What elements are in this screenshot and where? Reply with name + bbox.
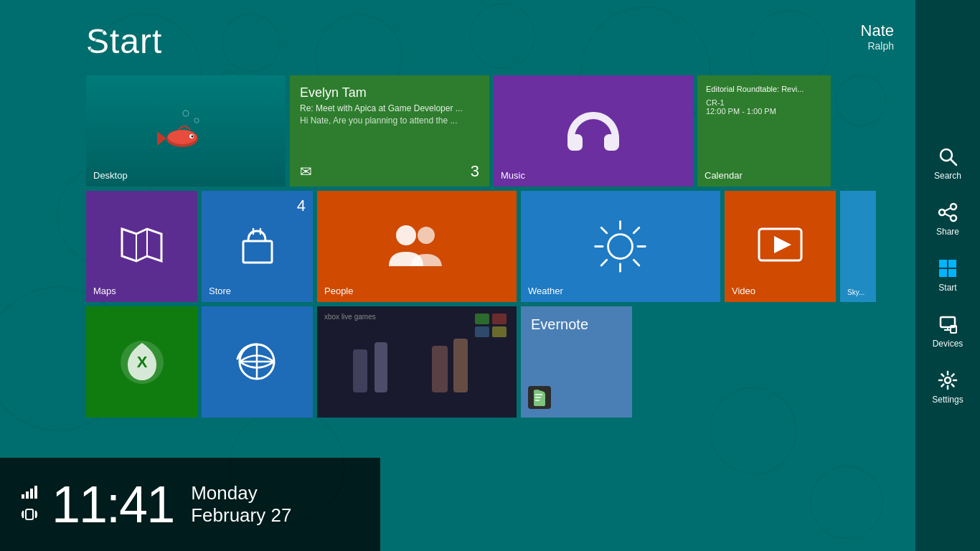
mail-subject: Re: Meet with Apica at Game Developer ..… xyxy=(300,103,479,113)
cal-location: CR-1 xyxy=(706,98,822,107)
ie-content xyxy=(202,306,313,418)
cal-event-title: Editorial Roundtable: Revi... xyxy=(706,84,822,95)
svg-point-4 xyxy=(470,4,534,68)
weather-label: Weather xyxy=(528,286,563,296)
tile-maps[interactable]: Maps xyxy=(86,191,197,302)
svg-rect-45 xyxy=(374,342,387,392)
people-icon xyxy=(385,220,449,273)
tile-games[interactable]: xbox live games xyxy=(317,306,517,418)
sidebar: Search Share Start xyxy=(915,0,980,551)
svg-text:xbox live games: xbox live games xyxy=(324,313,376,321)
clock-overlay: 11:41 Monday February 27 xyxy=(0,458,380,551)
ie-icon xyxy=(234,339,281,385)
svg-rect-70 xyxy=(26,491,29,499)
svg-point-11 xyxy=(710,387,796,474)
tile-calendar[interactable]: Editorial Roundtable: Revi... CR-1 12:00… xyxy=(697,75,831,187)
tile-weather[interactable]: Weather xyxy=(521,191,720,302)
tile-store[interactable]: 4 Store xyxy=(202,191,313,302)
start-label: Start xyxy=(938,283,956,293)
svg-point-24 xyxy=(396,225,416,245)
svg-point-1 xyxy=(222,14,280,72)
clock-month: February 27 xyxy=(191,504,291,527)
mail-content: Evelyn Tam Re: Meet with Apica at Game D… xyxy=(290,75,489,156)
mail-sender: Evelyn Tam xyxy=(300,85,479,100)
svg-rect-73 xyxy=(26,509,33,519)
svg-line-31 xyxy=(601,227,607,233)
svg-point-25 xyxy=(418,227,435,244)
settings-label: Settings xyxy=(932,395,963,405)
share-label: Share xyxy=(936,227,959,237)
svg-point-68 xyxy=(945,377,951,383)
svg-marker-36 xyxy=(774,236,791,253)
svg-point-57 xyxy=(951,215,956,221)
devices-icon xyxy=(938,314,958,334)
share-icon xyxy=(938,202,958,222)
settings-icon xyxy=(938,370,958,390)
games-content: xbox live games xyxy=(317,306,517,418)
cal-time: 12:00 PM - 1:00 PM xyxy=(706,107,822,116)
svg-line-59 xyxy=(945,214,951,217)
svg-line-33 xyxy=(633,227,639,233)
svg-point-19 xyxy=(192,135,194,137)
weather-sun-icon xyxy=(592,218,649,276)
tile-xbox[interactable]: X xyxy=(86,306,197,418)
svg-rect-46 xyxy=(432,346,448,392)
store-label: Store xyxy=(209,286,231,296)
sidebar-item-search[interactable]: Search xyxy=(934,146,961,181)
svg-line-32 xyxy=(633,260,639,265)
evernote-footer xyxy=(528,386,551,412)
sidebar-item-devices[interactable]: Devices xyxy=(933,314,963,349)
svg-rect-48 xyxy=(475,314,489,324)
xbox-icon: X xyxy=(117,337,167,387)
skype-label: Sky... xyxy=(847,288,864,296)
svg-rect-61 xyxy=(948,260,956,268)
svg-rect-71 xyxy=(30,489,33,499)
tile-desktop[interactable]: Desktop xyxy=(86,75,286,187)
desktop-label: Desktop xyxy=(93,170,128,181)
tile-evernote[interactable]: Evernote xyxy=(521,306,632,418)
search-label: Search xyxy=(934,171,961,181)
svg-rect-62 xyxy=(939,269,947,277)
tile-ie[interactable] xyxy=(202,306,313,418)
svg-rect-47 xyxy=(453,339,468,392)
svg-rect-44 xyxy=(353,349,367,392)
svg-rect-49 xyxy=(492,314,507,324)
sidebar-item-start[interactable]: Start xyxy=(938,258,958,293)
tile-music[interactable]: Music xyxy=(494,75,693,187)
sidebar-item-settings[interactable]: Settings xyxy=(932,370,963,405)
tile-mail[interactable]: Evelyn Tam Re: Meet with Apica at Game D… xyxy=(290,75,489,187)
svg-point-12 xyxy=(811,466,882,538)
skype-content xyxy=(840,191,876,302)
tile-skype[interactable]: Sky... xyxy=(840,191,876,302)
mail-footer: ✉ 3 xyxy=(290,156,489,187)
games-preview: xbox live games xyxy=(317,306,517,418)
store-icon xyxy=(237,225,277,268)
svg-marker-20 xyxy=(122,229,161,261)
maps-icon xyxy=(118,225,165,268)
calendar-label: Calendar xyxy=(705,170,743,181)
svg-point-26 xyxy=(608,234,633,258)
people-label: People xyxy=(324,286,353,296)
devices-label: Devices xyxy=(933,339,963,349)
svg-rect-50 xyxy=(475,326,489,337)
svg-point-13 xyxy=(183,110,189,116)
svg-point-14 xyxy=(194,118,199,123)
svg-point-7 xyxy=(836,75,886,126)
main-container: Start Nate Ralph xyxy=(0,0,980,551)
tile-video[interactable]: Video xyxy=(725,191,836,302)
calendar-content: Editorial Roundtable: Revi... CR-1 12:00… xyxy=(697,75,831,124)
svg-rect-60 xyxy=(939,260,947,268)
clock-date: Monday February 27 xyxy=(191,482,291,527)
tile-people[interactable]: People xyxy=(317,191,517,302)
clock-day: Monday xyxy=(191,482,291,504)
sidebar-item-share[interactable]: Share xyxy=(936,202,959,237)
svg-text:X: X xyxy=(136,353,147,371)
svg-rect-63 xyxy=(948,269,956,277)
svg-point-55 xyxy=(951,204,956,209)
svg-line-58 xyxy=(945,208,951,211)
signal-icon xyxy=(22,486,37,502)
headphone-icon xyxy=(563,106,624,156)
clock-time: 11:41 xyxy=(52,479,174,530)
svg-rect-69 xyxy=(22,494,24,499)
video-label: Video xyxy=(732,286,755,296)
